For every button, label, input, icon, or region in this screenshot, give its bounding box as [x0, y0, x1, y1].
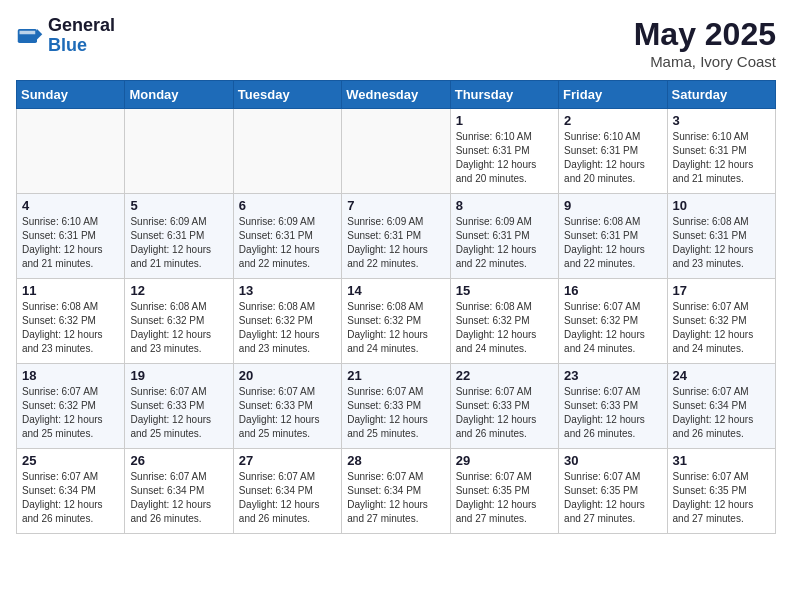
day-number: 1: [456, 113, 553, 128]
calendar-cell: [125, 109, 233, 194]
day-info: Sunrise: 6:08 AMSunset: 6:32 PMDaylight:…: [456, 300, 553, 356]
day-info: Sunrise: 6:07 AMSunset: 6:35 PMDaylight:…: [564, 470, 661, 526]
calendar-cell: 14Sunrise: 6:08 AMSunset: 6:32 PMDayligh…: [342, 279, 450, 364]
day-info: Sunrise: 6:10 AMSunset: 6:31 PMDaylight:…: [456, 130, 553, 186]
logo-icon: [16, 22, 44, 50]
calendar-cell: 12Sunrise: 6:08 AMSunset: 6:32 PMDayligh…: [125, 279, 233, 364]
calendar-cell: 18Sunrise: 6:07 AMSunset: 6:32 PMDayligh…: [17, 364, 125, 449]
day-info: Sunrise: 6:07 AMSunset: 6:34 PMDaylight:…: [130, 470, 227, 526]
day-number: 6: [239, 198, 336, 213]
day-number: 19: [130, 368, 227, 383]
page-header: General Blue May 2025 Mama, Ivory Coast: [16, 16, 776, 70]
calendar-cell: 20Sunrise: 6:07 AMSunset: 6:33 PMDayligh…: [233, 364, 341, 449]
day-info: Sunrise: 6:08 AMSunset: 6:32 PMDaylight:…: [130, 300, 227, 356]
calendar-cell: 13Sunrise: 6:08 AMSunset: 6:32 PMDayligh…: [233, 279, 341, 364]
day-number: 23: [564, 368, 661, 383]
calendar-cell: 10Sunrise: 6:08 AMSunset: 6:31 PMDayligh…: [667, 194, 775, 279]
day-info: Sunrise: 6:07 AMSunset: 6:33 PMDaylight:…: [347, 385, 444, 441]
day-number: 4: [22, 198, 119, 213]
day-info: Sunrise: 6:10 AMSunset: 6:31 PMDaylight:…: [22, 215, 119, 271]
calendar-cell: 16Sunrise: 6:07 AMSunset: 6:32 PMDayligh…: [559, 279, 667, 364]
calendar-week-2: 4Sunrise: 6:10 AMSunset: 6:31 PMDaylight…: [17, 194, 776, 279]
logo-text: General Blue: [48, 16, 115, 56]
day-info: Sunrise: 6:08 AMSunset: 6:31 PMDaylight:…: [673, 215, 770, 271]
weekday-header-saturday: Saturday: [667, 81, 775, 109]
day-number: 27: [239, 453, 336, 468]
day-info: Sunrise: 6:09 AMSunset: 6:31 PMDaylight:…: [239, 215, 336, 271]
calendar-cell: 21Sunrise: 6:07 AMSunset: 6:33 PMDayligh…: [342, 364, 450, 449]
day-info: Sunrise: 6:07 AMSunset: 6:34 PMDaylight:…: [673, 385, 770, 441]
day-info: Sunrise: 6:09 AMSunset: 6:31 PMDaylight:…: [347, 215, 444, 271]
day-info: Sunrise: 6:07 AMSunset: 6:32 PMDaylight:…: [564, 300, 661, 356]
weekday-header-friday: Friday: [559, 81, 667, 109]
calendar-cell: 27Sunrise: 6:07 AMSunset: 6:34 PMDayligh…: [233, 449, 341, 534]
day-info: Sunrise: 6:07 AMSunset: 6:34 PMDaylight:…: [239, 470, 336, 526]
day-info: Sunrise: 6:10 AMSunset: 6:31 PMDaylight:…: [564, 130, 661, 186]
calendar-cell: [342, 109, 450, 194]
logo-blue-text: Blue: [48, 36, 115, 56]
day-info: Sunrise: 6:07 AMSunset: 6:33 PMDaylight:…: [564, 385, 661, 441]
day-number: 5: [130, 198, 227, 213]
calendar-cell: 7Sunrise: 6:09 AMSunset: 6:31 PMDaylight…: [342, 194, 450, 279]
calendar-cell: 9Sunrise: 6:08 AMSunset: 6:31 PMDaylight…: [559, 194, 667, 279]
calendar-cell: [17, 109, 125, 194]
day-number: 24: [673, 368, 770, 383]
calendar-cell: 2Sunrise: 6:10 AMSunset: 6:31 PMDaylight…: [559, 109, 667, 194]
svg-marker-1: [37, 29, 42, 40]
calendar-cell: 30Sunrise: 6:07 AMSunset: 6:35 PMDayligh…: [559, 449, 667, 534]
weekday-header-wednesday: Wednesday: [342, 81, 450, 109]
day-info: Sunrise: 6:07 AMSunset: 6:34 PMDaylight:…: [22, 470, 119, 526]
calendar-cell: 15Sunrise: 6:08 AMSunset: 6:32 PMDayligh…: [450, 279, 558, 364]
calendar-cell: 3Sunrise: 6:10 AMSunset: 6:31 PMDaylight…: [667, 109, 775, 194]
day-info: Sunrise: 6:07 AMSunset: 6:33 PMDaylight:…: [456, 385, 553, 441]
day-number: 22: [456, 368, 553, 383]
day-number: 3: [673, 113, 770, 128]
day-info: Sunrise: 6:08 AMSunset: 6:31 PMDaylight:…: [564, 215, 661, 271]
calendar-cell: 22Sunrise: 6:07 AMSunset: 6:33 PMDayligh…: [450, 364, 558, 449]
day-info: Sunrise: 6:09 AMSunset: 6:31 PMDaylight:…: [130, 215, 227, 271]
day-number: 21: [347, 368, 444, 383]
weekday-header-thursday: Thursday: [450, 81, 558, 109]
calendar-cell: 26Sunrise: 6:07 AMSunset: 6:34 PMDayligh…: [125, 449, 233, 534]
calendar-cell: [233, 109, 341, 194]
day-number: 20: [239, 368, 336, 383]
calendar-cell: 5Sunrise: 6:09 AMSunset: 6:31 PMDaylight…: [125, 194, 233, 279]
day-number: 11: [22, 283, 119, 298]
day-info: Sunrise: 6:09 AMSunset: 6:31 PMDaylight:…: [456, 215, 553, 271]
calendar-cell: 8Sunrise: 6:09 AMSunset: 6:31 PMDaylight…: [450, 194, 558, 279]
calendar-cell: 6Sunrise: 6:09 AMSunset: 6:31 PMDaylight…: [233, 194, 341, 279]
title-block: May 2025 Mama, Ivory Coast: [634, 16, 776, 70]
calendar-cell: 19Sunrise: 6:07 AMSunset: 6:33 PMDayligh…: [125, 364, 233, 449]
calendar-week-4: 18Sunrise: 6:07 AMSunset: 6:32 PMDayligh…: [17, 364, 776, 449]
day-number: 16: [564, 283, 661, 298]
day-info: Sunrise: 6:07 AMSunset: 6:34 PMDaylight:…: [347, 470, 444, 526]
calendar-cell: 4Sunrise: 6:10 AMSunset: 6:31 PMDaylight…: [17, 194, 125, 279]
day-info: Sunrise: 6:08 AMSunset: 6:32 PMDaylight:…: [22, 300, 119, 356]
weekday-header-monday: Monday: [125, 81, 233, 109]
calendar-cell: 31Sunrise: 6:07 AMSunset: 6:35 PMDayligh…: [667, 449, 775, 534]
day-number: 12: [130, 283, 227, 298]
calendar-cell: 23Sunrise: 6:07 AMSunset: 6:33 PMDayligh…: [559, 364, 667, 449]
weekday-header-sunday: Sunday: [17, 81, 125, 109]
day-number: 14: [347, 283, 444, 298]
location-subtitle: Mama, Ivory Coast: [634, 53, 776, 70]
day-info: Sunrise: 6:07 AMSunset: 6:33 PMDaylight:…: [239, 385, 336, 441]
day-number: 2: [564, 113, 661, 128]
logo-general: General: [48, 16, 115, 36]
day-info: Sunrise: 6:07 AMSunset: 6:35 PMDaylight:…: [456, 470, 553, 526]
calendar-cell: 24Sunrise: 6:07 AMSunset: 6:34 PMDayligh…: [667, 364, 775, 449]
day-number: 29: [456, 453, 553, 468]
month-year-title: May 2025: [634, 16, 776, 53]
day-number: 13: [239, 283, 336, 298]
day-number: 25: [22, 453, 119, 468]
weekday-header-row: SundayMondayTuesdayWednesdayThursdayFrid…: [17, 81, 776, 109]
calendar-cell: 11Sunrise: 6:08 AMSunset: 6:32 PMDayligh…: [17, 279, 125, 364]
day-number: 28: [347, 453, 444, 468]
logo: General Blue: [16, 16, 115, 56]
day-number: 31: [673, 453, 770, 468]
day-number: 7: [347, 198, 444, 213]
calendar-week-5: 25Sunrise: 6:07 AMSunset: 6:34 PMDayligh…: [17, 449, 776, 534]
day-number: 26: [130, 453, 227, 468]
calendar-cell: 25Sunrise: 6:07 AMSunset: 6:34 PMDayligh…: [17, 449, 125, 534]
calendar-cell: 28Sunrise: 6:07 AMSunset: 6:34 PMDayligh…: [342, 449, 450, 534]
